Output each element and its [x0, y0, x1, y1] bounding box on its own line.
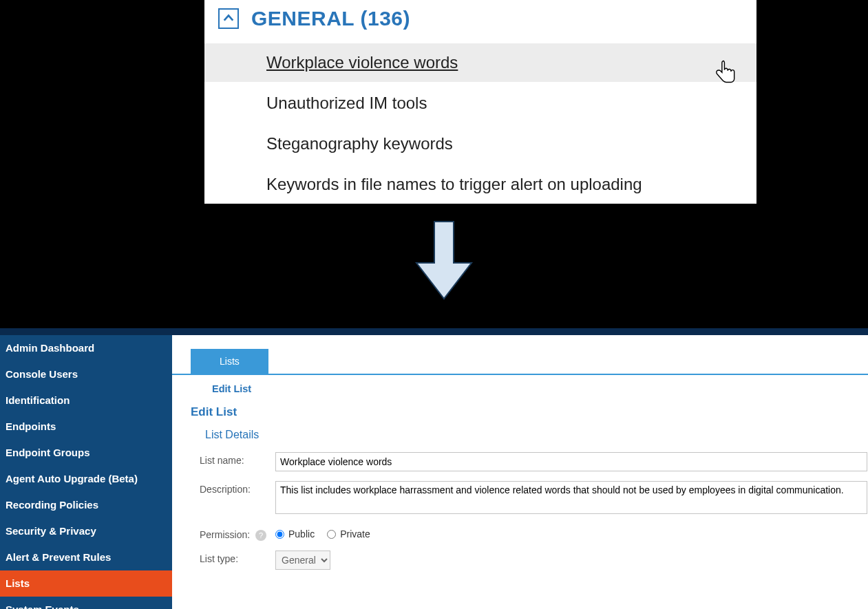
general-list-rows: Workplace violence words Unauthorized IM…	[204, 41, 756, 204]
list-row-workplace-violence[interactable]: Workplace violence words	[204, 41, 756, 82]
radio-private[interactable]	[327, 530, 336, 539]
tab-strip: Lists	[172, 335, 868, 375]
input-list-name[interactable]	[275, 452, 867, 471]
sidebar-item-identification[interactable]: Identification	[0, 387, 172, 414]
select-list-type[interactable]: General	[275, 551, 330, 570]
section-heading-list-details: List Details	[172, 429, 868, 448]
sidebar-item-admin-dashboard[interactable]: Admin Dashboard	[0, 335, 172, 361]
label-permission: Permission: ?	[200, 526, 275, 541]
list-row-label: Steganography keywords	[266, 134, 453, 153]
form-row-permission: Permission: ? Public Private	[200, 526, 868, 541]
list-row-label: Workplace violence words	[266, 53, 458, 72]
list-row-filename-keywords[interactable]: Keywords in file names to trigger alert …	[204, 163, 756, 204]
general-panel-header[interactable]: GENERAL (136)	[204, 0, 756, 41]
permission-radio-group: Public Private	[275, 526, 868, 539]
app-topband	[0, 328, 868, 335]
list-row-unauthorized-im[interactable]: Unauthorized IM tools	[204, 82, 756, 122]
radio-private-label[interactable]: Private	[327, 528, 370, 539]
form-row-list-type: List type: General	[200, 551, 868, 570]
sidebar-item-console-users[interactable]: Console Users	[0, 361, 172, 387]
radio-public-text: Public	[288, 528, 315, 539]
general-lists-panel: GENERAL (136) Workplace violence words U…	[204, 0, 756, 196]
list-row-label: Unauthorized IM tools	[266, 94, 427, 112]
sidebar-item-agent-auto-upgrade[interactable]: Agent Auto Upgrade (Beta)	[0, 466, 172, 492]
sidebar-item-security-privacy[interactable]: Security & Privacy	[0, 518, 172, 544]
page-heading: Edit List	[172, 400, 868, 429]
sidebar-item-recording-policies[interactable]: Recording Policies	[0, 492, 172, 518]
sidebar-item-endpoints[interactable]: Endpoints	[0, 414, 172, 440]
general-header-count: (136)	[360, 7, 410, 30]
arrow-down-icon	[414, 220, 474, 301]
label-list-type: List type:	[200, 551, 275, 564]
label-description: Description:	[200, 481, 275, 495]
content-area: Lists Edit List Edit List List Details L…	[172, 335, 868, 609]
list-row-label: Keywords in file names to trigger alert …	[266, 175, 642, 193]
breadcrumb-edit-list[interactable]: Edit List	[172, 375, 868, 400]
admin-sidebar: Admin Dashboard Console Users Identifica…	[0, 335, 172, 609]
collapse-icon[interactable]	[218, 8, 239, 29]
sidebar-item-lists[interactable]: Lists	[0, 570, 172, 597]
label-list-name: List name:	[200, 452, 275, 466]
sidebar-item-system-events[interactable]: System Events	[0, 597, 172, 609]
radio-public-label[interactable]: Public	[275, 528, 315, 539]
list-row-steganography[interactable]: Steganography keywords	[204, 122, 756, 163]
input-description[interactable]: This list includes workplace harrassment…	[275, 481, 867, 514]
general-header-label: GENERAL	[251, 7, 354, 30]
tab-lists[interactable]: Lists	[191, 349, 268, 374]
help-icon[interactable]: ?	[255, 530, 266, 541]
sidebar-item-endpoint-groups[interactable]: Endpoint Groups	[0, 440, 172, 466]
radio-private-text: Private	[340, 528, 370, 539]
form-row-list-name: List name:	[200, 452, 868, 471]
form-row-description: Description: This list includes workplac…	[200, 481, 868, 517]
app-region: Admin Dashboard Console Users Identifica…	[0, 328, 868, 609]
radio-public[interactable]	[275, 530, 284, 539]
sidebar-item-alert-prevent-rules[interactable]: Alert & Prevent Rules	[0, 544, 172, 570]
